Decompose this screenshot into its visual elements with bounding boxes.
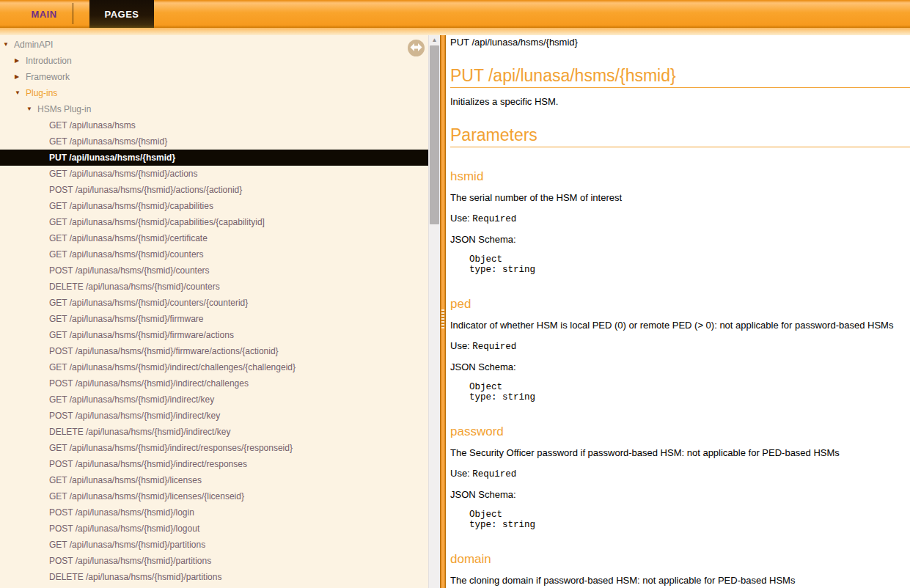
tree-item[interactable]: GET /api/lunasa/hsms/{hsmid}/counters <box>0 246 428 262</box>
endpoint-description: Initializes a specific HSM. <box>450 96 910 108</box>
parameter-block: hsmid The serial number of the HSM of in… <box>450 169 910 275</box>
parameter-name: password <box>450 425 910 439</box>
tab-main[interactable]: MAIN <box>15 0 73 28</box>
endpoint-tree: ▼AdminAPI▶Introduction▶Framework▼Plug-in… <box>0 37 428 585</box>
scrollbar-up-icon[interactable]: ▲ <box>429 35 440 45</box>
use-value: Required <box>472 342 516 352</box>
top-tab-bar: MAIN PAGES <box>0 0 910 28</box>
tree-item[interactable]: GET /api/lunasa/hsms/{hsmid}/indirect/ch… <box>0 359 428 375</box>
scrollbar-thumb[interactable] <box>430 45 439 224</box>
tree-expanded-icon[interactable]: ▼ <box>26 101 37 117</box>
tree-item[interactable]: POST /api/lunasa/hsms/{hsmid}/firmware/a… <box>0 343 428 359</box>
schema-label: JSON Schema: <box>450 361 910 373</box>
schema-code: Object type: string <box>469 382 910 403</box>
tree-item[interactable]: GET /api/lunasa/hsms/{hsmid}/capabilitie… <box>0 214 428 230</box>
use-value: Required <box>472 214 516 224</box>
header-gradient-strip <box>0 28 910 35</box>
schema-label: JSON Schema: <box>450 234 910 246</box>
tree-item[interactable]: DELETE /api/lunasa/hsms/{hsmid}/counters <box>0 279 428 295</box>
tree-item[interactable]: ▼AdminAPI <box>0 37 428 53</box>
tree-item[interactable]: GET /api/lunasa/hsms/{hsmid}/licenses/{l… <box>0 488 428 504</box>
tree-item[interactable]: ▼HSMs Plug-in <box>0 101 428 117</box>
tree-item[interactable]: POST /api/lunasa/hsms/{hsmid}/indirect/c… <box>0 375 428 392</box>
use-value: Required <box>472 469 516 479</box>
parameter-description: Indicator of whether HSM is local PED (0… <box>450 320 910 331</box>
tree-item[interactable]: POST /api/lunasa/hsms/{hsmid}/actions/{a… <box>0 182 428 198</box>
parameter-description: The Security Officer password if passwor… <box>450 447 910 459</box>
tree-item[interactable]: POST /api/lunasa/hsms/{hsmid}/partitions <box>0 553 428 569</box>
tree-item[interactable]: POST /api/lunasa/hsms/{hsmid}/indirect/r… <box>0 456 428 472</box>
tree-item[interactable]: DELETE /api/lunasa/hsms/{hsmid}/partitio… <box>0 569 428 585</box>
tree-collapsed-icon[interactable]: ▶ <box>15 53 26 69</box>
tree-item[interactable]: GET /api/lunasa/hsms/{hsmid}/firmware/ac… <box>0 327 428 343</box>
parameter-block: ped Indicator of whether HSM is local PE… <box>450 297 910 403</box>
tree-item[interactable]: GET /api/lunasa/hsms/{hsmid}/capabilitie… <box>0 198 428 214</box>
tree-item[interactable]: GET /api/lunasa/hsms <box>0 117 428 133</box>
schema-code: Object type: string <box>469 510 910 530</box>
tree-collapsed-icon[interactable]: ▶ <box>15 69 26 85</box>
tab-separator <box>73 3 73 24</box>
parameters-list: hsmid The serial number of the HSM of in… <box>450 169 910 588</box>
splitter-grip-icon <box>441 309 444 328</box>
tree-item[interactable]: GET /api/lunasa/hsms/{hsmid}/certificate <box>0 230 428 246</box>
tree-item[interactable]: GET /api/lunasa/hsms/{hsmid}/indirect/ke… <box>0 392 428 408</box>
tree-item[interactable]: DELETE /api/lunasa/hsms/{hsmid}/indirect… <box>0 424 428 440</box>
tree-expanded-icon[interactable]: ▼ <box>15 85 26 101</box>
tree-item[interactable]: POST /api/lunasa/hsms/{hsmid}/counters <box>0 262 428 279</box>
doc-content-panel: PUT /api/lunasa/hsms/{hsmid} PUT /api/lu… <box>446 35 910 588</box>
sidebar-scrollbar[interactable]: ▲ <box>428 35 440 588</box>
tree-item[interactable]: POST /api/lunasa/hsms/{hsmid}/logout <box>0 521 428 537</box>
collapse-panel-button[interactable] <box>408 40 425 56</box>
tab-pages[interactable]: PAGES <box>89 0 154 28</box>
parameter-block: password The Security Officer password i… <box>450 425 910 530</box>
endpoint-title: PUT /api/lunasa/hsms/{hsmid} <box>450 66 910 88</box>
parameter-description: The cloning domain if password-based HSM… <box>450 575 910 587</box>
tree-item[interactable]: GET /api/lunasa/hsms/{hsmid}/firmware <box>0 311 428 327</box>
tree-item[interactable]: ▶Framework <box>0 69 428 85</box>
parameter-name: hsmid <box>450 169 910 184</box>
parameters-heading: Parameters <box>450 125 910 147</box>
tree-item[interactable]: GET /api/lunasa/hsms/{hsmid} <box>0 133 428 150</box>
tree-item[interactable]: GET /api/lunasa/hsms/{hsmid}/actions <box>0 166 428 182</box>
endpoint-path-text: PUT /api/lunasa/hsms/{hsmid} <box>450 37 910 48</box>
use-label: Use: <box>450 468 470 479</box>
use-label: Use: <box>450 213 470 224</box>
tree-item[interactable]: GET /api/lunasa/hsms/{hsmid}/partitions <box>0 537 428 553</box>
schema-code: Object type: string <box>469 254 910 275</box>
parameter-name: domain <box>450 552 910 567</box>
parameter-name: ped <box>450 297 910 312</box>
horizontal-arrows-icon <box>410 42 422 55</box>
pages-tree-panel: ▼AdminAPI▶Introduction▶Framework▼Plug-in… <box>0 35 440 588</box>
tree-item-selected[interactable]: PUT /api/lunasa/hsms/{hsmid} <box>0 150 428 166</box>
parameter-block: domain The cloning domain if password-ba… <box>450 552 910 588</box>
use-label: Use: <box>450 340 470 351</box>
tree-item[interactable]: ▼Plug-ins <box>0 85 428 101</box>
tree-item[interactable]: GET /api/lunasa/hsms/{hsmid}/indirect/re… <box>0 440 428 456</box>
tree-item[interactable]: POST /api/lunasa/hsms/{hsmid}/login <box>0 504 428 521</box>
tree-item[interactable]: GET /api/lunasa/hsms/{hsmid}/counters/{c… <box>0 295 428 311</box>
parameter-description: The serial number of the HSM of interest <box>450 192 910 204</box>
tree-expanded-icon[interactable]: ▼ <box>3 37 14 53</box>
schema-label: JSON Schema: <box>450 489 910 501</box>
tree-item[interactable]: POST /api/lunasa/hsms/{hsmid}/indirect/k… <box>0 408 428 424</box>
tree-item[interactable]: GET /api/lunasa/hsms/{hsmid}/licenses <box>0 472 428 488</box>
tree-item[interactable]: ▶Introduction <box>0 53 428 69</box>
panel-splitter[interactable] <box>440 35 446 588</box>
